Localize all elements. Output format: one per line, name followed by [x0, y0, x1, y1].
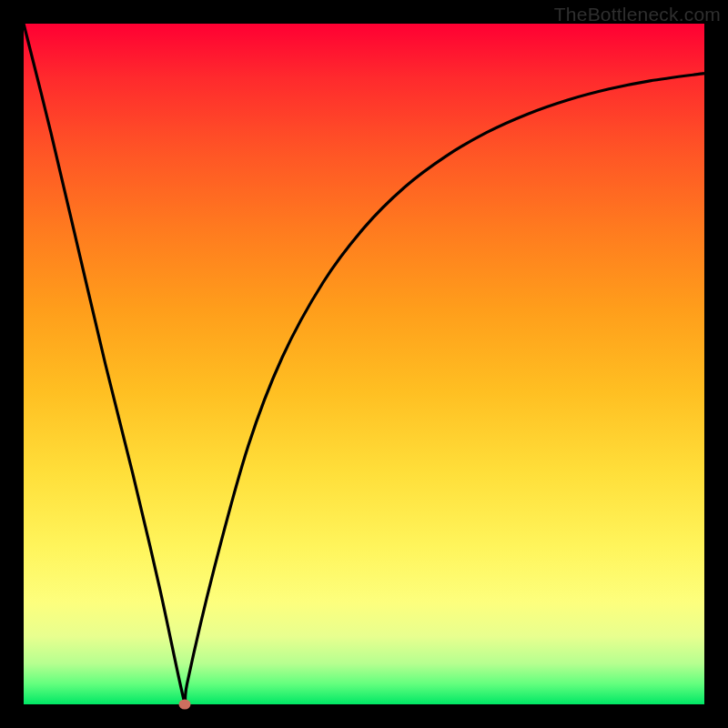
bottleneck-curve	[24, 24, 704, 704]
curve-path	[24, 24, 704, 712]
optimum-marker	[179, 700, 191, 710]
chart-frame	[24, 24, 704, 704]
watermark-text: TheBottleneck.com	[554, 4, 721, 25]
